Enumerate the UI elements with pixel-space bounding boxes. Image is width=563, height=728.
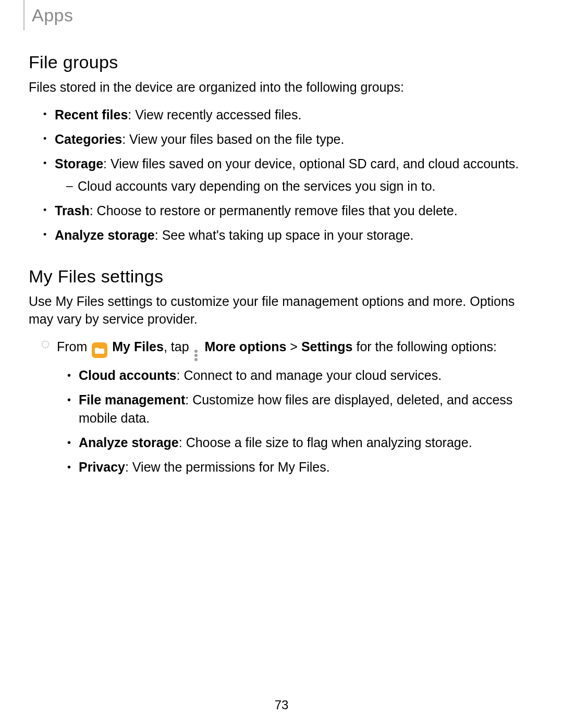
section-file-groups-intro: Files stored in the device are organized… [29, 79, 534, 96]
more-options-label: More options [204, 339, 286, 354]
item-text: : View recently accessed files. [128, 107, 301, 122]
steps-list: From My Files, tap More options > Settin… [29, 337, 534, 476]
header-tab: Apps [23, 0, 74, 30]
file-groups-list: Recent files: View recently accessed fil… [29, 106, 534, 244]
my-files-app-icon [92, 342, 107, 358]
page-content: File groups Files stored in the device a… [29, 35, 534, 476]
list-item: Recent files: View recently accessed fil… [43, 106, 534, 124]
item-label: Cloud accounts [79, 368, 177, 382]
page-container: Apps File groups Files stored in the dev… [0, 0, 563, 728]
section-myfiles-settings-intro: Use My Files settings to customize your … [29, 293, 534, 328]
sub-list: Cloud accounts vary depending on the ser… [55, 177, 534, 195]
item-label: Analyze storage [79, 435, 179, 450]
item-label: Recent files [55, 107, 128, 122]
item-label: Privacy [79, 460, 125, 474]
item-label: Storage [55, 156, 103, 171]
header-title: Apps [32, 5, 74, 26]
list-item: Categories: View your files based on the… [43, 130, 534, 149]
item-text: : View files saved on your device, optio… [103, 156, 519, 171]
item-text: : Connect to and manage your cloud servi… [177, 368, 442, 382]
step-bullet-icon [41, 340, 50, 349]
item-label: Analyze storage [55, 228, 155, 242]
settings-options-list: Cloud accounts: Connect to and manage yo… [57, 366, 534, 476]
page-number: 73 [0, 698, 563, 712]
step-text-post: for the following options: [353, 339, 497, 354]
section-myfiles-settings-title: My Files settings [29, 266, 534, 287]
list-item: Analyze storage: See what's taking up sp… [43, 226, 534, 244]
item-text: : See what's taking up space in your sto… [155, 228, 414, 242]
step-text-mid2: > [286, 339, 301, 354]
step-text-mid1: , tap [164, 339, 193, 354]
item-text: : View your files based on the file type… [122, 132, 344, 146]
sub-item: Cloud accounts vary depending on the ser… [66, 177, 534, 195]
section-file-groups-title: File groups [29, 52, 534, 72]
item-text: : Choose a file size to flag when analyz… [179, 435, 472, 450]
page-header: Apps [29, 0, 534, 35]
list-item: Trash: Choose to restore or permanently … [43, 202, 534, 220]
list-item: Privacy: View the permissions for My Fil… [67, 458, 534, 476]
item-text: : Choose to restore or permanently remov… [90, 203, 458, 218]
step-item: From My Files, tap More options > Settin… [43, 337, 534, 476]
settings-label: Settings [301, 339, 353, 354]
item-label: File management [79, 392, 185, 407]
item-text: : View the permissions for My Files. [125, 460, 330, 474]
svg-point-0 [42, 341, 49, 348]
list-item: Cloud accounts: Connect to and manage yo… [67, 366, 534, 385]
app-label: My Files [112, 339, 164, 354]
list-item: Analyze storage: Choose a file size to f… [67, 434, 534, 452]
step-text-pre: From [57, 339, 91, 354]
list-item: Storage: View files saved on your device… [43, 155, 534, 195]
item-label: Trash [55, 203, 90, 218]
more-options-icon [193, 350, 199, 361]
list-item: File management: Customize how files are… [67, 391, 534, 427]
item-label: Categories [55, 132, 122, 146]
